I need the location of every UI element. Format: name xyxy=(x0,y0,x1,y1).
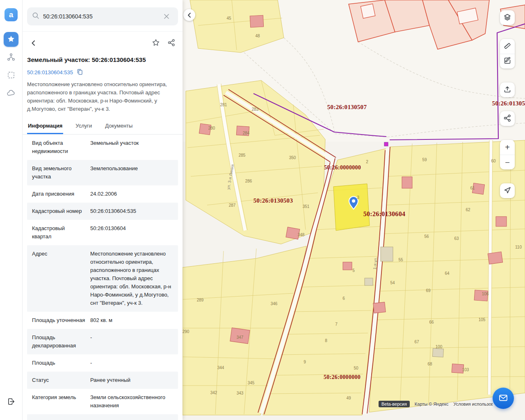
parcel-number-label: 342 xyxy=(210,390,217,395)
measure-button[interactable] xyxy=(500,39,515,54)
cadastral-number-link[interactable]: 50:26:0130604:535 xyxy=(27,69,73,75)
search-input[interactable] xyxy=(43,13,156,20)
sidebar-item-services[interactable] xyxy=(4,50,18,65)
map-attribution: Beta-версия Карты © Яндекс Условия испол… xyxy=(379,401,493,407)
app: a xyxy=(0,0,525,420)
cadastral-quarter-label: 50:26:0130604 xyxy=(363,210,406,217)
info-row-value: - xyxy=(90,333,173,350)
info-row-value: - xyxy=(90,359,173,367)
logout-button[interactable] xyxy=(4,395,18,409)
info-row-label: Статус xyxy=(32,376,85,384)
parcel-number-label: 280 xyxy=(208,126,215,130)
parcel-number-label: 48 xyxy=(255,34,260,38)
info-row-label: Кадастровый номер xyxy=(32,207,85,215)
zoom-out-button[interactable]: − xyxy=(500,155,515,169)
info-row-value: 50:26:0130604:535 xyxy=(90,207,173,215)
boundary-node-marker xyxy=(384,142,388,146)
info-row-label: Вид земельного участка xyxy=(32,164,85,181)
tab-bar: ИнформацияУслугиДокументы xyxy=(23,119,183,135)
star-icon xyxy=(7,35,15,44)
cadastral-quarter-label: 50:26:0000000 xyxy=(324,374,361,380)
parcel-number-label: 55 xyxy=(398,258,403,262)
parcel-number-label: 67 xyxy=(414,340,419,344)
sidebar-item-cloud[interactable] xyxy=(4,86,18,101)
zoom-in-button[interactable]: + xyxy=(500,140,515,155)
info-row-value: Земли сельскохозяйственного назначения xyxy=(90,393,173,410)
info-row: Вид земельного участкаЗемлепользование xyxy=(27,160,178,185)
info-row-value: Земельный участок xyxy=(90,139,173,155)
info-row-label: Площадь декларированная xyxy=(32,333,85,350)
info-row-label: Кадастровый квартал xyxy=(32,224,85,241)
parcel-number-label: 343 xyxy=(237,391,244,395)
beta-badge: Beta-версия xyxy=(379,401,410,407)
sidebar-item-favorites[interactable] xyxy=(4,32,18,47)
map-share-button[interactable] xyxy=(500,111,515,126)
info-row-value: 50:26:0130604 xyxy=(90,224,173,241)
terms-link[interactable]: Условия использования xyxy=(453,402,493,406)
tab-info[interactable]: Информация xyxy=(27,119,63,134)
share-button[interactable] xyxy=(165,37,178,50)
parcel-number-label: 281 xyxy=(220,103,227,107)
parcel-number-label: 350 xyxy=(289,155,296,160)
parcel-number-label: 286 xyxy=(245,179,252,183)
info-row-label: Дата присвоения xyxy=(32,190,85,198)
parcel-number-label: 283 xyxy=(252,107,259,112)
parcel-number-label: 289 xyxy=(197,298,204,302)
logout-icon xyxy=(7,397,15,407)
app-logo[interactable]: a xyxy=(5,8,18,21)
navigation-arrow-icon xyxy=(503,186,511,196)
search-bar[interactable] xyxy=(27,7,178,25)
cadastral-quarter-label: 50:26:0000000 xyxy=(324,164,361,171)
layers-button[interactable] xyxy=(500,10,515,25)
sidebar-item-area-select[interactable] xyxy=(4,68,18,83)
parcel-number-label: 64 xyxy=(445,271,450,276)
search-icon xyxy=(32,12,39,21)
dashed-square-icon xyxy=(7,71,15,80)
parcel-number-label: 63 xyxy=(454,236,459,241)
parcel-number-label: 106 xyxy=(482,292,489,296)
parcel-number-label: 290 xyxy=(183,329,189,334)
cadastral-map[interactable]: 4548281283280284285350286287351348235960… xyxy=(183,0,525,420)
parcel-number-label: 344 xyxy=(217,365,224,370)
cloud-icon xyxy=(7,89,16,98)
parcel-number-label: 110 xyxy=(515,245,522,249)
info-row-label: Площадь уточненная xyxy=(32,316,85,324)
favorite-button[interactable] xyxy=(149,37,162,50)
parcel-number-label: 5 xyxy=(352,268,355,273)
search-clear-button[interactable] xyxy=(160,10,173,23)
tab-documents[interactable]: Документы xyxy=(104,119,133,134)
info-row-value: Местоположение установлено относительно … xyxy=(90,250,173,307)
upload-icon xyxy=(503,85,511,95)
copy-button[interactable] xyxy=(75,68,84,76)
minus-icon: − xyxy=(505,158,510,167)
map-back-button[interactable] xyxy=(183,9,195,21)
chat-button[interactable] xyxy=(493,388,514,409)
back-button[interactable] xyxy=(27,37,40,50)
info-table: Вид объекта недвижимостиЗемельный участо… xyxy=(23,135,183,420)
share-icon xyxy=(503,114,511,123)
nodes-icon xyxy=(7,53,15,62)
locate-button[interactable] xyxy=(500,183,515,198)
tab-services[interactable]: Услуги xyxy=(75,119,93,134)
parcel-number-label: 346 xyxy=(271,301,278,306)
export-button[interactable] xyxy=(500,82,515,97)
info-row: Кадастровый номер50:26:0130604:535 xyxy=(27,203,178,220)
parcel-number-label: 56 xyxy=(424,234,429,239)
parcel-number-label: 287 xyxy=(229,203,236,208)
edit-button[interactable] xyxy=(500,54,515,68)
cadastral-quarter-label: 50:26:0130507 xyxy=(327,104,367,110)
parcel-number-label: 345 xyxy=(248,381,255,385)
info-row: Вид объекта недвижимостиЗемельный участо… xyxy=(27,135,178,160)
envelope-icon xyxy=(498,393,508,404)
copy-icon xyxy=(77,68,83,76)
info-row-label: Адрес xyxy=(32,250,85,307)
parcel-number-label: 285 xyxy=(239,153,246,158)
info-row-value: Ранее учтенный xyxy=(90,376,173,384)
info-row: Дата присвоения24.02.2006 xyxy=(27,185,178,203)
parcel-number-label: 45 xyxy=(226,16,231,21)
parcel-number-label: 68 xyxy=(427,362,432,366)
share-icon xyxy=(167,39,176,48)
parcel-number-label: 103 xyxy=(462,368,469,372)
search-area xyxy=(23,0,183,32)
info-row: СтатусРанее учтенный xyxy=(27,372,178,389)
